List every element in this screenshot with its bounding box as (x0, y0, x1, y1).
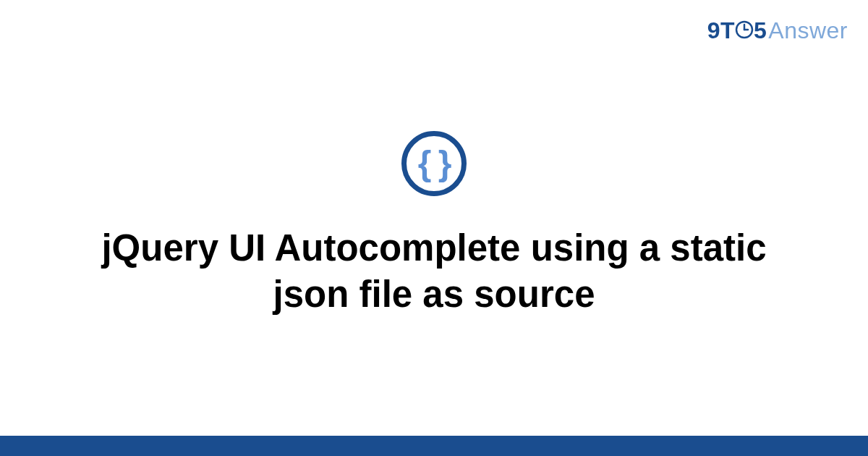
main-content: { } jQuery UI Autocomplete using a stati… (0, 0, 868, 434)
page-title: jQuery UI Autocomplete using a static js… (72, 225, 796, 318)
footer-bar (0, 436, 868, 456)
code-braces-icon: { } (418, 146, 451, 181)
category-icon-circle: { } (401, 131, 467, 196)
